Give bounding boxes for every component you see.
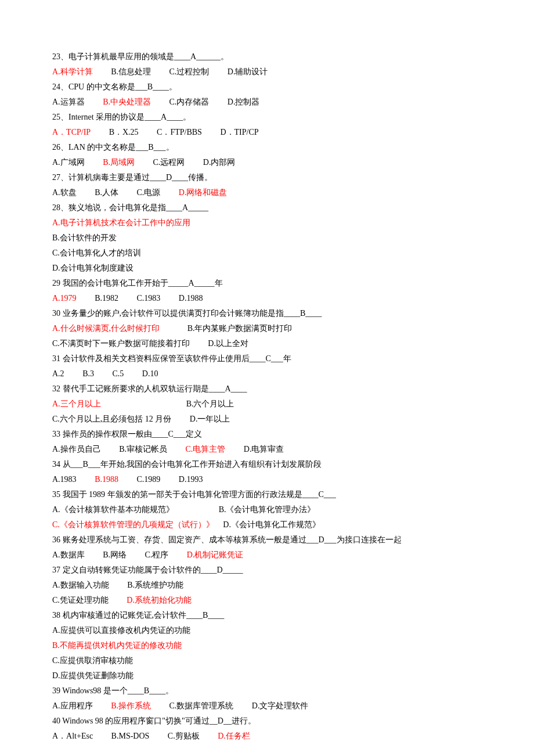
q38-optA: A.应提供可以直接修改机内凭证的功能 [52,626,190,635]
q35-optA: A.《会计核算软件基本功能规范》 [52,505,174,514]
q35-opts1: A.《会计核算软件基本功能规范》 B.《会计电算化管理办法》 [52,502,482,517]
q37-optB: B.系统维护功能 [127,581,183,589]
q28-optA: A.电子计算机技术在会计工作中的应用 [52,218,190,227]
q28-optC: C.会计电算化人才的培训 [52,249,141,257]
q32-optA: A.三个月以上 [52,399,101,408]
q27-stem: 27、计算机病毒主要是通过____D____传播。 [52,170,482,185]
q40-stem: 40 Windows 98 的应用程序窗口"切换"可通过__D__进行。 [52,714,482,729]
q32-optB: B.六个月以上 [186,399,234,408]
q28-optB: B.会计软件的开发 [52,233,117,242]
q35-optD: D.《会计电算化工作规范》 [223,520,320,529]
q31-optB: B.3 [82,369,94,378]
q23-stem: 23、电子计算机最早应用的领域是____A______。 [52,49,482,64]
q32-optC: C.六个月以上,且必须包括 12 月份 [52,415,171,423]
q33-optC: C.电算主管 [185,445,225,453]
q37-optA: A.数据输入功能 [52,581,109,589]
q40-opts: A．Alt+Esc B.MS-DOS C.剪贴板 D.任务栏 [52,729,482,744]
q32-opts1: A.三个月以上 B.六个月以上 [52,397,482,412]
q29-opts: A.1979 B.1982 C.1983 D.1988 [52,291,482,306]
q38-optC: C.应提供取消审核功能 [52,656,133,665]
q39-stem: 39 Windows98 是一个____B____。 [52,683,482,699]
q29-stem: 29 我国的会计电算化工作开始于_____A_____年 [52,276,482,291]
q30-optB: B.年内某账户数据满页时打印 [187,324,293,333]
q23-optA: A.科学计算 [52,67,93,76]
q30-optC: C.不满页时下一账户数据可能接着打印 [52,339,190,348]
q31-optC: C.5 [112,369,124,378]
q24-optB: B.中央处理器 [103,98,151,106]
q33-optB: B.审核记帐员 [119,445,167,453]
q36-stem: 36 账务处理系统与工资、存货、固定资产、成本等核算系统一般是通过___D___… [52,532,482,548]
q26-optD: D.内部网 [203,158,236,167]
q27-optC: C.电源 [136,188,160,197]
q34-stem: 34 从___B___年开始,我国的会计电算化工作开始进入有组织有计划发展阶段 [52,457,482,472]
q24-optA: A.运算器 [52,98,85,106]
q27-optB: B.人体 [95,188,118,197]
q35-optC: C.《会计核算软件管理的几项规定（试行）》 [52,520,214,529]
q23-opts: A.科学计算 B.信息处理 C.过程控制 D.辅助设计 [52,64,482,80]
q30-opts1: A.什么时候满页,什么时候打印 B.年内某账户数据满页时打印 [52,321,482,336]
q36-optA: A.数据库 [52,550,85,559]
q36-opts: A.数据库 B.网络 C.程序 D.机制记账凭证 [52,548,482,563]
q34-optD: D.1993 [179,475,203,484]
q36-optC: C.程序 [145,550,168,559]
q31-stem: 31 会计软件及相关文档资料应保管至该软件停止使用后____C___年 [52,351,482,366]
q31-optA: A.2 [52,369,64,378]
q30-optD: D.以上全对 [208,339,248,348]
q35-stem: 35 我国于 1989 年颁发的第一部关于会计电算化管理方面的行政法规是____… [52,487,482,502]
q39-opts: A.应用程序 B.操作系统 C.数据库管理系统 D.文字处理软件 [52,699,482,714]
q37-opts2: C.凭证处理功能 D.系统初始化功能 [52,593,482,608]
q29-optC: C.1983 [136,294,160,303]
q24-stem: 24、CPU 的中文名称是___B____。 [52,80,482,95]
q31-optD: D.10 [142,369,158,378]
q38-stem: 38 机内审核通过的记账凭证,会计软件____B____ [52,608,482,623]
q29-optD: D.1988 [179,294,203,303]
q32-optD: D.一年以上 [190,415,230,423]
q37-optC: C.凭证处理功能 [52,596,109,604]
q24-optC: C.内存储器 [169,98,209,106]
q34-optA: A.1983 [52,475,77,484]
q23-optD: D.辅助设计 [228,67,268,76]
q23-optC: C.过程控制 [169,67,209,76]
q27-optD: D.网络和磁盘 [179,188,228,197]
q29-optA: A.1979 [52,294,77,303]
q28-stem: 28、狭义地说，会计电算化是指____A_____ [52,200,482,215]
q25-optA: A．TCP/IP [52,128,91,136]
q25-optC: C．FTP/BBS [157,128,202,136]
q34-opts: A.1983 B.1988 C.1989 D.1993 [52,472,482,487]
q28-optD: D.会计电算化制度建设 [52,264,134,272]
q27-opts: A.软盘 B.人体 C.电源 D.网络和磁盘 [52,185,482,200]
q36-optB: B.网络 [103,550,127,559]
q24-optD: D.控制器 [228,98,260,106]
q30-stem: 30 业务量少的账户,会计软件可以提供满页打印会计账簿功能是指____B____ [52,306,482,321]
q26-opts: A.广域网 B.局域网 C.远程网 D.内部网 [52,155,482,170]
q32-stem: 32 替代手工记账所要求的人机双轨运行期是____A____ [52,381,482,397]
q24-opts: A.运算器 B.中央处理器 C.内存储器 D.控制器 [52,95,482,110]
page-footer: 可复制、编制，期待你的好评与关注！ [52,744,482,756]
q40-optA: A．Alt+Esc [52,732,93,740]
q33-opts: A.操作员自己 B.审核记帐员 C.电算主管 D.电算审查 [52,442,482,457]
q26-optA: A.广域网 [52,158,85,167]
q39-optC: C.数据库管理系统 [169,701,233,710]
q34-optB: B.1988 [95,475,118,484]
q37-optD: D.系统初始化功能 [127,596,192,604]
q25-optD: D．TIP/CP [220,128,258,136]
q39-optA: A.应用程序 [52,701,93,710]
q25-optB: B．X.25 [109,128,139,136]
q40-optC: C.剪贴板 [168,732,200,740]
q35-opts2: C.《会计核算软件管理的几项规定（试行）》 D.《会计电算化工作规范》 [52,517,482,532]
document-page: 23、电子计算机最早应用的领域是____A______。 A.科学计算 B.信息… [0,0,534,756]
q36-optD: D.机制记账凭证 [187,550,244,559]
q25-opts: A．TCP/IP B．X.25 C．FTP/BBS D．TIP/CP [52,125,482,140]
q31-opts: A.2 B.3 C.5 D.10 [52,366,482,381]
q35-optB: B.《会计电算化管理办法》 [219,505,316,514]
q23-optB: B.信息处理 [111,67,151,76]
q33-stem: 33 操作员的操作权限一般由____C___定义 [52,427,482,442]
q33-optD: D.电算审查 [244,445,284,453]
q26-optC: C.远程网 [153,158,185,167]
q38-optB: B.不能再提供对机内凭证的修改功能 [52,641,182,650]
q26-stem: 26、LAN 的中文名称是___B___。 [52,140,482,155]
q33-optA: A.操作员自己 [52,445,101,453]
q25-stem: 25、Internet 采用的协议是____A____。 [52,110,482,125]
q30-opts2: C.不满页时下一账户数据可能接着打印 D.以上全对 [52,336,482,351]
q38-optD: D.应提供凭证删除功能 [52,671,134,680]
